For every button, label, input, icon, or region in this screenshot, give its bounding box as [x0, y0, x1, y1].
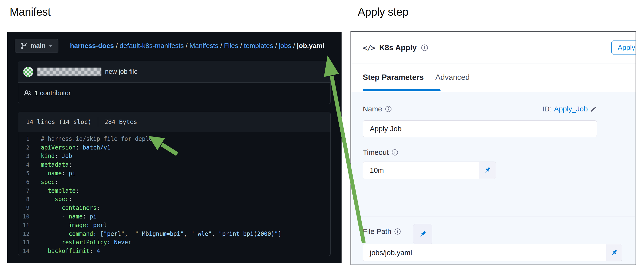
step-title: K8s Apply	[379, 43, 416, 52]
pin-fixed-value-icon[interactable]	[606, 244, 622, 261]
line-number[interactable]: 12	[18, 231, 30, 237]
breadcrumb-separator: /	[238, 42, 244, 49]
commit-message[interactable]: new job file	[105, 68, 138, 75]
timeout-input[interactable]: 10m	[363, 162, 479, 179]
code-viewer: 1# harness.io/skip-file-for-deploy2apiVe…	[18, 132, 330, 255]
code-line-text: backoffLimit: 4	[41, 248, 100, 255]
breadcrumb-separator: /	[291, 42, 297, 49]
line-number[interactable]: 14	[18, 248, 30, 254]
code-line-text: # harness.io/skip-file-for-deploy	[41, 136, 156, 142]
info-icon[interactable]	[385, 106, 392, 112]
latest-commit-row: new job file	[18, 61, 330, 83]
code-line: 3kind: Job	[18, 152, 330, 161]
step-parameters-form: Name ID: Apply_Job Timeout 10m	[351, 92, 636, 265]
line-number[interactable]: 9	[18, 205, 30, 211]
breadcrumb-separator: /	[218, 42, 224, 49]
line-number[interactable]: 1	[18, 136, 30, 142]
line-number[interactable]: 10	[18, 213, 30, 220]
apply-changes-button[interactable]: Apply	[612, 40, 636, 54]
code-line: 10 - name: pi	[18, 212, 330, 221]
code-line: 12 command: ["perl", "-Mbignum=bpi", "-w…	[18, 230, 330, 238]
contributors-count[interactable]: 1 contributor	[34, 89, 71, 97]
branch-selector-button[interactable]: main	[15, 39, 58, 53]
timeout-field-label: Timeout	[363, 148, 398, 157]
code-line-text: name: pi	[41, 170, 76, 177]
code-line: 4metadata:	[18, 160, 330, 169]
branch-name: main	[30, 42, 46, 50]
code-line-text: - name: pi	[41, 213, 96, 220]
breadcrumb-separator: /	[114, 42, 120, 49]
breadcrumb-link[interactable]: Manifests	[190, 42, 218, 49]
file-path-input-group: jobs/job.yaml	[363, 244, 622, 262]
code-line: 1# harness.io/skip-file-for-deploy	[18, 135, 330, 143]
file-path-field-label: File Path	[363, 227, 401, 236]
info-icon[interactable]	[421, 44, 428, 51]
line-number[interactable]: 6	[18, 179, 30, 185]
breadcrumb-link[interactable]: templates	[244, 42, 273, 49]
code-line-text: command: ["perl", "-Mbignum=bpi", "-wle"…	[41, 231, 282, 237]
code-line-text: image: perl	[41, 222, 107, 229]
step-tabs: Step Parameters Advanced	[351, 63, 636, 91]
breadcrumb-separator: /	[273, 42, 279, 49]
tab-advanced[interactable]: Advanced	[436, 73, 470, 82]
line-number[interactable]: 5	[18, 170, 30, 177]
code-line: 13 restartPolicy: Never	[18, 238, 330, 247]
divider	[98, 117, 98, 127]
pin-fixed-value-icon[interactable]	[479, 162, 496, 179]
file-lines-info: 14 lines (14 sloc)	[26, 118, 92, 125]
github-topbar: main harness-docs / default-k8s-manifest…	[15, 38, 324, 53]
manifest-section-title: Manifest	[10, 5, 51, 18]
line-number[interactable]: 13	[18, 239, 30, 246]
code-line: 9 containers:	[18, 204, 330, 212]
pin-fixed-value-button[interactable]	[413, 224, 432, 245]
breadcrumb-link[interactable]: jobs	[279, 42, 291, 49]
breadcrumb-current-file: job.yaml	[297, 42, 324, 49]
code-line: 5 name: pi	[18, 169, 330, 178]
apply-step-section-title: Apply step	[358, 5, 408, 18]
breadcrumb-link[interactable]: default-k8s-manifests	[120, 42, 184, 49]
breadcrumb-link[interactable]: Files	[224, 42, 238, 49]
breadcrumb: harness-docs / default-k8s-manifests / M…	[70, 42, 324, 50]
people-icon	[24, 89, 32, 97]
line-number[interactable]: 3	[18, 153, 30, 159]
file-content-box: 14 lines (14 sloc) 284 Bytes 1# harness.…	[18, 112, 331, 256]
line-number[interactable]: 11	[18, 222, 30, 228]
breadcrumb-separator: /	[184, 42, 190, 49]
commit-info-box: new job file 1 contributor	[18, 61, 331, 104]
code-line-text: spec:	[41, 179, 58, 185]
line-number[interactable]: 4	[18, 162, 30, 168]
line-number[interactable]: 2	[18, 144, 30, 151]
tab-step-parameters[interactable]: Step Parameters	[363, 73, 424, 82]
code-line-text: template:	[41, 187, 79, 194]
info-icon[interactable]	[394, 228, 401, 235]
step-id-value[interactable]: Apply_Job	[554, 105, 588, 113]
chevron-down-icon	[48, 45, 53, 47]
step-id-group: ID: Apply_Job	[542, 105, 597, 113]
name-input[interactable]	[363, 120, 597, 137]
code-line-text: metadata:	[41, 161, 72, 168]
commit-author-redacted	[37, 68, 101, 76]
edit-pencil-icon[interactable]	[590, 106, 597, 112]
breadcrumb-link[interactable]: harness-docs	[70, 42, 114, 49]
code-line-text: apiVersion: batch/v1	[41, 144, 110, 151]
code-line: 7 template:	[18, 186, 330, 195]
code-line-text: spec:	[41, 196, 72, 203]
file-size-info: 284 Bytes	[104, 118, 137, 125]
code-line-text: restartPolicy: Never	[41, 239, 132, 246]
line-number[interactable]: 7	[18, 188, 30, 194]
code-line-text: kind: Job	[41, 153, 72, 159]
id-label: ID:	[542, 105, 552, 113]
code-line: 8 spec:	[18, 195, 330, 204]
section-divider	[361, 217, 634, 217]
info-icon[interactable]	[392, 149, 398, 156]
code-line-text: containers:	[41, 205, 100, 211]
file-stats-bar: 14 lines (14 sloc) 284 Bytes	[18, 112, 330, 132]
active-tab-indicator	[363, 89, 440, 91]
code-line: 14 backoffLimit: 4	[18, 247, 330, 255]
code-line: 2apiVersion: batch/v1	[18, 143, 330, 152]
line-number[interactable]: 8	[18, 196, 30, 202]
git-branch-icon	[20, 42, 28, 49]
file-path-input[interactable]: jobs/job.yaml	[363, 244, 606, 261]
code-line: 6spec:	[18, 178, 330, 186]
avatar[interactable]	[23, 67, 33, 77]
